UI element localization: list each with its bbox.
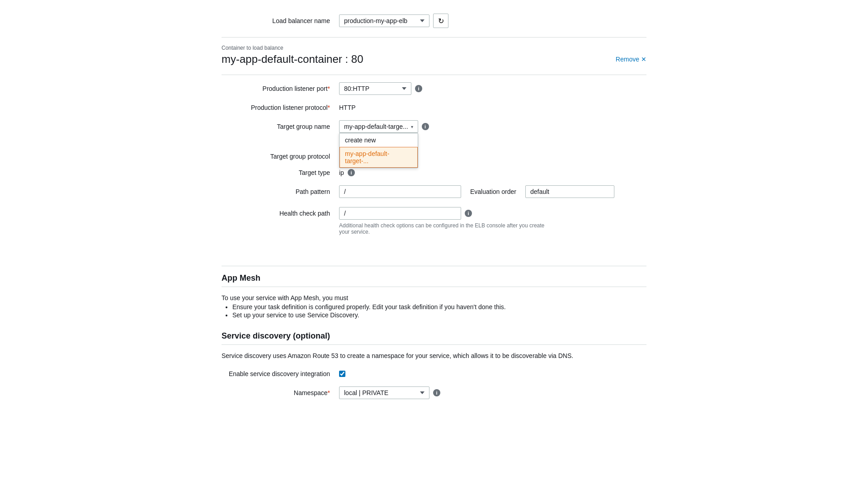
namespace-label: Namespace* — [222, 389, 339, 396]
target-type-label: Target type — [222, 169, 339, 176]
target-type-value: ip — [339, 169, 344, 176]
target-type-info-icon: i — [348, 169, 355, 176]
production-listener-protocol-value: HTTP — [339, 104, 356, 111]
refresh-icon: ↻ — [438, 17, 444, 25]
production-listener-port-select[interactable]: 80:HTTP — [339, 82, 411, 95]
target-group-name-info-icon: i — [422, 123, 429, 130]
health-check-path-input[interactable] — [339, 207, 461, 220]
service-discovery-title: Service discovery (optional) — [222, 331, 646, 341]
container-title: my-app-default-container : 80 — [222, 53, 363, 66]
target-group-name-dropdown[interactable]: my-app-default-targe... ▾ — [339, 120, 418, 133]
service-discovery-description: Service discovery uses Amazon Route 53 t… — [222, 352, 646, 359]
dropdown-item-my-app-default[interactable]: my-app-default-target-... — [340, 147, 418, 168]
remove-icon: ✕ — [641, 56, 646, 63]
target-group-protocol-label: Target group protocol — [222, 153, 339, 160]
load-balancer-name-label: Load balancer name — [222, 17, 339, 24]
namespace-select[interactable]: local | PRIVATE — [339, 386, 429, 399]
app-mesh-title: App Mesh — [222, 273, 646, 283]
target-group-name-label: Target group name — [222, 120, 339, 130]
app-mesh-list-item: Ensure your task definition is configure… — [232, 303, 646, 311]
production-listener-protocol-label: Production listener protocol* — [222, 104, 339, 111]
target-group-dropdown-chevron: ▾ — [411, 124, 413, 129]
app-mesh-body: To use your service with App Mesh, you m… — [222, 294, 646, 301]
remove-link[interactable]: Remove ✕ — [616, 56, 646, 63]
health-check-path-label: Health check path — [222, 207, 339, 217]
health-check-path-info-icon: i — [465, 210, 472, 217]
target-group-name-selected: my-app-default-targe... — [344, 123, 408, 130]
production-listener-port-label: Production listener port* — [222, 85, 339, 92]
enable-service-discovery-label: Enable service discovery integration — [222, 370, 339, 377]
health-check-note: Additional health check options can be c… — [339, 222, 547, 235]
app-mesh-list: Ensure your task definition is configure… — [222, 303, 646, 319]
container-section-label: Container to load balance — [222, 45, 646, 51]
evaluation-order-input[interactable] — [525, 185, 614, 198]
path-pattern-label: Path pattern — [222, 188, 339, 195]
namespace-info-icon: i — [433, 389, 440, 396]
dropdown-item-create-new[interactable]: create new — [340, 133, 418, 147]
production-listener-port-info-icon: i — [415, 85, 422, 92]
evaluation-order-label: Evaluation order — [470, 188, 516, 195]
target-group-dropdown-menu: create new my-app-default-target-... — [339, 133, 418, 168]
load-balancer-select[interactable]: production-my-app-elb — [339, 14, 429, 27]
refresh-button[interactable]: ↻ — [433, 14, 448, 28]
path-pattern-input[interactable] — [339, 185, 461, 198]
app-mesh-list-item: Set up your service to use Service Disco… — [232, 311, 646, 319]
enable-service-discovery-checkbox[interactable] — [339, 371, 345, 377]
